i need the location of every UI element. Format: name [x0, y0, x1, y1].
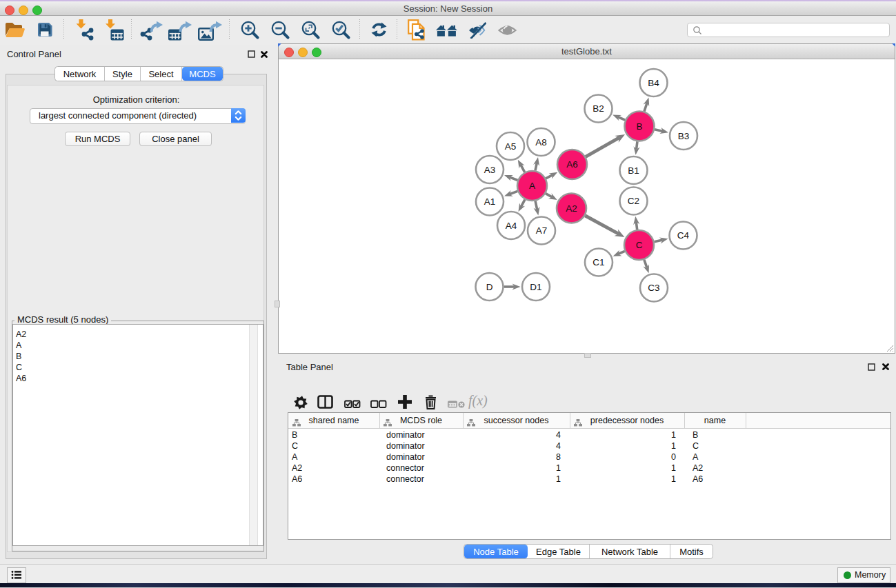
- svg-text:A5: A5: [505, 141, 517, 152]
- svg-text:A3: A3: [484, 165, 496, 175]
- svg-text:B4: B4: [648, 78, 659, 88]
- svg-text:C3: C3: [648, 283, 659, 293]
- svg-text:C2: C2: [628, 196, 639, 206]
- svg-text:B1: B1: [628, 165, 639, 176]
- svg-text:B3: B3: [678, 131, 690, 141]
- svg-text:A2: A2: [566, 203, 577, 214]
- svg-text:C: C: [636, 240, 643, 250]
- svg-text:A7: A7: [536, 225, 548, 236]
- svg-text:A4: A4: [506, 221, 517, 231]
- svg-text:D: D: [486, 282, 493, 292]
- svg-text:D1: D1: [530, 282, 541, 292]
- svg-text:A6: A6: [566, 159, 578, 170]
- svg-text:B2: B2: [593, 103, 604, 114]
- svg-text:B: B: [636, 121, 642, 132]
- svg-text:A: A: [529, 181, 535, 191]
- svg-text:A1: A1: [484, 196, 496, 207]
- svg-text:A8: A8: [535, 137, 547, 148]
- svg-text:C4: C4: [677, 230, 690, 241]
- svg-text:C1: C1: [593, 257, 604, 267]
